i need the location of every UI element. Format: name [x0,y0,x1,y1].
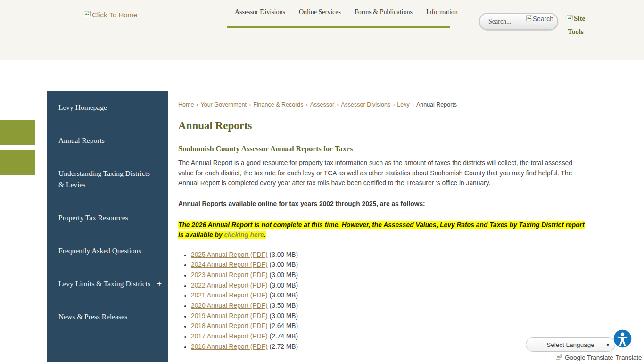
intro-paragraph: The Annual Report is a good resource for… [178,158,585,189]
breadcrumb-link-finance-records[interactable]: Finance & Records [253,101,303,108]
broken-image-icon [566,13,573,25]
quick-link-block-top[interactable] [0,120,35,145]
language-select-label: Select Language [546,341,594,348]
list-item: 2025 Annual Report (PDF)(3.00 MB) [191,250,585,260]
list-item: 2017 Annual Report (PDF)(2.74 MB) [191,331,585,342]
notice-text-end: . [264,231,266,239]
accessibility-button[interactable] [613,329,632,348]
page-title: Annual Reports [178,120,585,132]
report-link-2023[interactable]: 2023 Annual Report (PDF) [191,272,268,279]
left-sidebar: Levy Homepage Annual Reports Understandi… [47,91,168,362]
breadcrumb-link-your-government[interactable]: Your Government [201,101,247,108]
file-size: (2.72 MB) [270,343,298,350]
file-size: (2.74 MB) [270,333,298,340]
report-link-2017[interactable]: 2017 Annual Report (PDF) [191,333,268,340]
section-title: Snohomish County Assessor Annual Reports… [178,145,585,153]
file-size: (3.00 MB) [270,261,298,268]
home-logo-label: Click To Home [92,11,137,19]
file-size: (3.00 MB) [270,251,298,258]
report-link-2016[interactable]: 2016 Annual Report (PDF) [191,343,268,350]
broken-image-icon [83,10,91,19]
sidebar-item-property-tax-resources[interactable]: Property Tax Resources [47,201,168,234]
file-size: (3.00 MB) [270,313,298,320]
accessibility-icon [613,343,632,350]
broken-image-icon [555,353,562,362]
notice-banner: The 2026 Annual Report is not complete a… [178,220,585,240]
breadcrumb-link-assessor[interactable]: Assessor [310,101,334,108]
chevron-down-icon: ▾ [606,342,609,348]
nav-item-online-services[interactable]: Online Services [299,8,341,16]
nav-item-information[interactable]: Information [426,8,458,16]
breadcrumb-link-levy[interactable]: Levy [397,101,409,108]
file-size: (3.50 MB) [270,302,298,309]
sidebar-item-label: Levy Limits & Taxing Districts [58,280,150,288]
sidebar-item-faq[interactable]: Frequently Asked Questions [47,234,168,267]
sidebar-item-understanding-taxing[interactable]: Understanding Taxing Districts & Levies [47,157,168,201]
translate-label[interactable]: Translate [616,354,642,361]
report-link-2022[interactable]: 2022 Annual Report (PDF) [191,282,268,289]
home-logo-link[interactable]: Click To Home [83,10,137,19]
report-link-2018[interactable]: 2018 Annual Report (PDF) [191,322,268,329]
sidebar-item-news-press[interactable]: News & Press Releases [47,300,168,333]
main-nav: Assessor Divisions Online Services Forms… [227,8,450,16]
sidebar-item-annual-reports[interactable]: Annual Reports [47,124,168,157]
report-link-2020[interactable]: 2020 Annual Report (PDF) [191,302,268,309]
file-size: (3.00 MB) [270,282,298,289]
breadcrumb-current: Annual Reports [416,101,457,108]
google-translate-attribution: Google Translate Translate [555,353,642,362]
search-box[interactable]: Search... Search [479,13,558,30]
google-translate-logo-alt: Google Translate [565,354,613,361]
nav-item-assessor-divisions[interactable]: Assessor Divisions [235,8,285,16]
clicking-here-link[interactable]: clicking here [224,231,264,239]
sidebar-item-levy-limits[interactable]: Levy Limits & Taxing Districts+ [47,267,168,300]
search-button-label: Search [533,15,553,23]
breadcrumb-separator: › [196,101,198,108]
report-link-2021[interactable]: 2021 Annual Report (PDF) [191,292,268,299]
file-size: (3.00 MB) [270,272,298,279]
search-input[interactable]: Search... [488,18,526,25]
breadcrumb-separator: › [337,101,339,108]
highlighted-notice: The 2026 Annual Report is not complete a… [178,221,585,239]
list-item: 2019 Annual Report (PDF)(3.00 MB) [191,311,585,321]
site-tools-button[interactable]: Site Tools [565,12,586,38]
breadcrumb-separator: › [306,101,308,108]
sidebar-item-levy-homepage[interactable]: Levy Homepage [47,91,168,124]
sidebar-menu: Levy Homepage Annual Reports Understandi… [47,91,168,333]
list-intro-text: Annual Reports available online for tax … [178,200,585,207]
list-item: 2024 Annual Report (PDF)(3.00 MB) [191,260,585,270]
breadcrumb-separator: › [393,101,395,108]
annual-reports-list: 2025 Annual Report (PDF)(3.00 MB) 2024 A… [178,250,585,352]
list-item: 2023 Annual Report (PDF)(3.00 MB) [191,270,585,280]
report-link-2025[interactable]: 2025 Annual Report (PDF) [191,251,268,258]
breadcrumb-link-home[interactable]: Home [178,101,194,108]
breadcrumb: Home›Your Government›Finance & Records›A… [178,101,585,108]
list-item: 2022 Annual Report (PDF)(3.00 MB) [191,280,585,291]
expand-plus-icon[interactable]: + [157,278,162,289]
report-link-2024[interactable]: 2024 Annual Report (PDF) [191,261,268,268]
main-content: Home›Your Government›Finance & Records›A… [178,101,585,352]
header-band: Click To Home Assessor Divisions Online … [0,0,644,60]
broken-image-icon [526,15,533,23]
breadcrumb-separator: › [412,101,414,108]
file-size: (2.64 MB) [270,322,298,329]
language-select-dropdown[interactable]: Select Language ▾ [526,337,615,352]
nav-item-forms-publications[interactable]: Forms & Publications [355,8,413,16]
breadcrumb-separator: › [249,101,251,108]
search-button[interactable]: Search [526,15,553,23]
list-item: 2020 Annual Report (PDF)(3.50 MB) [191,301,585,311]
breadcrumb-link-assessor-divisions[interactable]: Assessor Divisions [341,101,390,108]
nav-accent-bar [227,26,450,28]
report-link-2019[interactable]: 2019 Annual Report (PDF) [191,313,268,320]
list-item: 2021 Annual Report (PDF)(3.00 MB) [191,290,585,301]
file-size: (3.00 MB) [270,292,298,299]
list-item: 2018 Annual Report (PDF)(2.64 MB) [191,321,585,331]
quick-link-block-bottom[interactable] [0,150,35,175]
